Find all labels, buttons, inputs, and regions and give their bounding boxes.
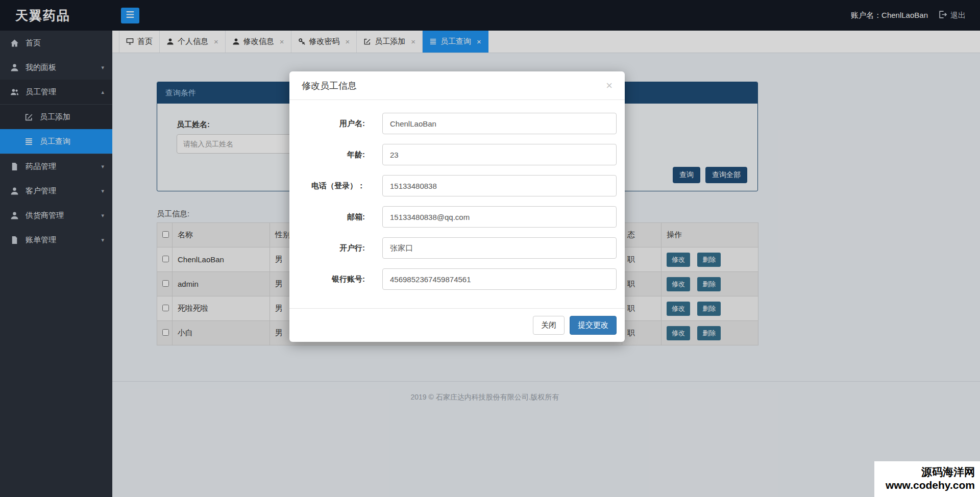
field-phone: 电话（登录）： (289, 175, 625, 196)
email-input[interactable] (382, 206, 617, 228)
field-email: 邮箱: (289, 206, 625, 228)
username-label: 用户名: (289, 119, 365, 129)
age-input[interactable] (382, 144, 617, 165)
watermark-line1: 源码海洋网 (886, 465, 975, 479)
field-username: 用户名: (289, 113, 625, 134)
phone-label: 电话（登录）： (289, 181, 365, 191)
app-screen: 天翼药品 账户名：ChenlLaoBan 退出 首页 我的面板 (0, 0, 980, 497)
watermark-line2: www.codehy.com (886, 479, 975, 492)
phone-input[interactable] (382, 175, 617, 196)
modal-body: 用户名: 年龄: 电话（登录）： 邮箱: 开户行: 银行账号: (289, 100, 625, 308)
username-input[interactable] (382, 113, 617, 134)
bank-branch-label: 开户行: (289, 243, 365, 253)
modal-close-icon[interactable]: × (606, 80, 612, 91)
field-bank-account: 银行账号: (289, 268, 625, 290)
modal-title: 修改员工信息 (302, 80, 357, 92)
edit-employee-modal: 修改员工信息 × 用户名: 年龄: 电话（登录）： 邮箱: 开户行: (289, 71, 625, 342)
field-age: 年龄: (289, 144, 625, 165)
modal-footer: 关闭 提交更改 (289, 308, 625, 342)
modal-submit-button[interactable]: 提交更改 (570, 316, 617, 335)
field-bank-branch: 开户行: (289, 237, 625, 259)
modal-header: 修改员工信息 × (289, 71, 625, 100)
bank-account-label: 银行账号: (289, 275, 365, 284)
bank-account-input[interactable] (382, 268, 617, 290)
watermark: 源码海洋网 www.codehy.com (874, 461, 980, 497)
email-label: 邮箱: (289, 212, 365, 222)
modal-close-button[interactable]: 关闭 (533, 316, 565, 335)
age-label: 年龄: (289, 150, 365, 160)
bank-branch-input[interactable] (382, 237, 617, 259)
